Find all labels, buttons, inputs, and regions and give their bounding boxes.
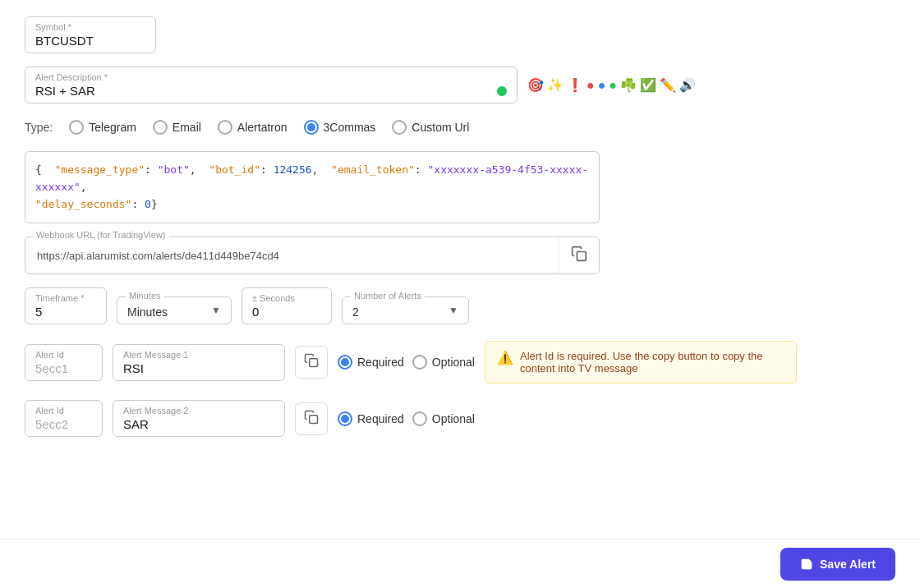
- optional-1-circle: [412, 355, 427, 370]
- required-1-option[interactable]: Required: [338, 355, 404, 370]
- warning-icon: ⚠️: [497, 350, 513, 365]
- alert-id-2-label: Alert Id: [35, 406, 92, 416]
- minutes-wrapper: Minutes Minutes ▼: [117, 296, 232, 324]
- save-icon: [800, 558, 813, 571]
- timeframe-label: Timeframe *: [35, 293, 96, 303]
- alert-desc-label: Alert Description *: [35, 72, 507, 82]
- green-dot-icon: [497, 86, 507, 96]
- emoji-row: 🎯 ✨ ❗ ● ● ● ☘️ ✅ ✏️ 🔊: [527, 77, 696, 93]
- symbol-group: Symbol *: [25, 16, 895, 53]
- seconds-label: ± Seconds: [252, 293, 321, 303]
- emoji-5[interactable]: ●: [598, 78, 606, 93]
- alert-id-2-input[interactable]: [35, 417, 92, 431]
- save-alert-button[interactable]: Save Alert: [780, 548, 895, 581]
- copy-1-icon: [304, 353, 319, 368]
- emoji-6[interactable]: ●: [609, 78, 617, 93]
- page-wrapper: Symbol * Alert Description * 🎯 ✨ ❗ ● ● ●…: [0, 0, 920, 588]
- radio-alertatron-label: Alertatron: [237, 121, 288, 134]
- alert-msg-2-label: Alert Message 2: [123, 406, 274, 416]
- optional-1-option[interactable]: Optional: [412, 355, 475, 370]
- alert-row-1: Alert Id Alert Message 1 Required: [25, 341, 895, 384]
- svg-rect-0: [577, 252, 586, 261]
- radio-customurl-circle: [392, 120, 407, 135]
- radio-telegram[interactable]: Telegram: [69, 120, 136, 135]
- radio-customurl-label: Custom Url: [412, 121, 469, 134]
- radio-3commas[interactable]: 3Commas: [304, 120, 376, 135]
- alert-desc-row: Alert Description * 🎯 ✨ ❗ ● ● ● ☘️ ✅ ✏️ …: [25, 67, 895, 103]
- emoji-7[interactable]: ☘️: [620, 77, 637, 93]
- minutes-value: Minutes: [127, 302, 168, 319]
- bottom-bar: Save Alert: [0, 539, 920, 588]
- emoji-2[interactable]: ✨: [547, 77, 564, 93]
- optional-2-option[interactable]: Optional: [412, 411, 475, 426]
- radio-3commas-label: 3Commas: [324, 121, 376, 134]
- symbol-field-wrapper: Symbol *: [25, 16, 156, 53]
- alert-msg-2-wrapper: Alert Message 2: [113, 400, 285, 437]
- alert-id-1-label: Alert Id: [35, 350, 92, 360]
- fields-row: Timeframe * Minutes Minutes ▼ ± Seconds …: [25, 287, 895, 324]
- webhook-copy-button[interactable]: [559, 237, 599, 273]
- save-button-label: Save Alert: [820, 558, 876, 571]
- optional-2-label: Optional: [432, 412, 475, 425]
- timeframe-input[interactable]: [35, 305, 96, 319]
- required-2-circle: [338, 411, 352, 426]
- json-content-box[interactable]: { "message_type": "bot", "bot_id": 12425…: [25, 151, 600, 223]
- alert-desc-inner: [35, 84, 507, 98]
- alert-msg-1-copy-button[interactable]: [295, 346, 328, 379]
- emoji-4[interactable]: ●: [586, 78, 595, 93]
- warning-text: Alert Id is required. Use the copy butto…: [520, 350, 784, 374]
- seconds-input[interactable]: [252, 305, 321, 319]
- radio-customurl[interactable]: Custom Url: [392, 120, 469, 135]
- alert-msg-2-input[interactable]: [123, 417, 274, 431]
- req-opt-2-group: Required Optional: [338, 411, 475, 426]
- alert-row-2: Alert Id Alert Message 2 Required: [25, 400, 895, 437]
- form-section: Symbol * Alert Description * 🎯 ✨ ❗ ● ● ●…: [25, 16, 895, 437]
- optional-2-circle: [412, 411, 427, 426]
- req-opt-1-group: Required Optional: [338, 355, 475, 370]
- webhook-wrapper: Webhook URL (for TradingView) https://ap…: [25, 237, 600, 274]
- radio-email-label: Email: [172, 121, 201, 134]
- optional-1-label: Optional: [432, 356, 475, 369]
- emoji-3[interactable]: ❗: [567, 77, 583, 93]
- required-1-label: Required: [357, 356, 404, 369]
- copy-icon: [571, 246, 587, 262]
- radio-alertatron[interactable]: Alertatron: [218, 120, 288, 135]
- radio-email[interactable]: Email: [153, 120, 201, 135]
- alert-desc-wrapper: Alert Description *: [25, 67, 518, 103]
- emoji-10[interactable]: 🔊: [679, 77, 696, 93]
- svg-rect-2: [310, 416, 318, 424]
- alert-id-1-wrapper: Alert Id: [25, 344, 103, 381]
- minutes-dropdown-icon[interactable]: ▼: [211, 305, 221, 316]
- emoji-9[interactable]: ✏️: [660, 77, 676, 93]
- timeframe-wrapper: Timeframe *: [25, 287, 107, 324]
- copy-2-icon: [304, 410, 319, 425]
- alerts-value: 2: [352, 302, 359, 319]
- required-2-option[interactable]: Required: [338, 411, 404, 426]
- symbol-label: Symbol *: [35, 22, 145, 32]
- alert-id-2-wrapper: Alert Id: [25, 400, 103, 437]
- radio-telegram-label: Telegram: [89, 121, 136, 134]
- emoji-8[interactable]: ✅: [640, 77, 656, 93]
- radio-alertatron-circle: [218, 120, 232, 135]
- minutes-label: Minutes: [126, 291, 164, 301]
- type-row: Type: Telegram Email Alertatron 3Commas …: [25, 120, 895, 135]
- type-label: Type:: [25, 121, 53, 134]
- alert-id-1-input[interactable]: [35, 361, 92, 375]
- emoji-1[interactable]: 🎯: [527, 77, 544, 93]
- warning-box: ⚠️ Alert Id is required. Use the copy bu…: [485, 341, 797, 384]
- svg-rect-1: [310, 359, 318, 367]
- symbol-input[interactable]: [35, 34, 145, 48]
- webhook-url-text: https://api.alarumist.com/alerts/de411d4…: [25, 240, 559, 272]
- alerts-wrapper: Number of Alerts 2 ▼: [342, 296, 469, 324]
- required-2-label: Required: [357, 412, 404, 425]
- webhook-input-row: https://api.alarumist.com/alerts/de411d4…: [25, 237, 600, 274]
- alert-msg-2-copy-button[interactable]: [295, 402, 328, 435]
- alert-desc-input[interactable]: [35, 84, 490, 98]
- radio-3commas-circle: [304, 120, 319, 135]
- radio-telegram-circle: [69, 120, 84, 135]
- alerts-dropdown-icon[interactable]: ▼: [448, 305, 458, 316]
- radio-email-circle: [153, 120, 168, 135]
- seconds-wrapper: ± Seconds: [242, 287, 332, 324]
- alert-msg-1-input[interactable]: [123, 361, 274, 375]
- alert-msg-1-label: Alert Message 1: [123, 350, 274, 360]
